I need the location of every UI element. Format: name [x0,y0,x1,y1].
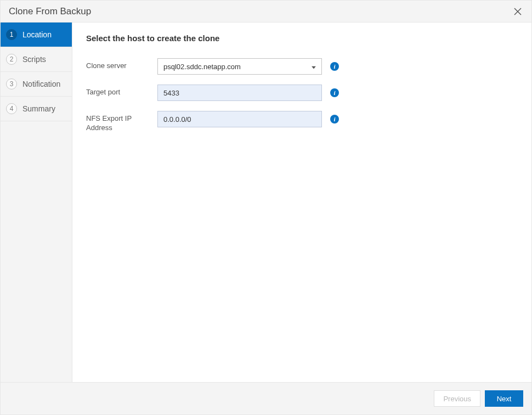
info-icon[interactable]: i [330,88,339,97]
clone-server-label: Clone server [86,58,157,71]
step-number: 2 [6,54,17,65]
info-icon[interactable]: i [330,115,339,124]
clone-from-backup-dialog: Clone From Backup 1 Location 2 Scripts 3… [0,0,532,415]
dialog-footer: Previous Next [1,383,531,414]
previous-button: Previous [434,390,480,407]
clone-server-dropdown[interactable]: psql02.sddc.netapp.com [157,58,322,75]
nfs-export-input[interactable]: 0.0.0.0/0 [157,111,322,127]
info-icon[interactable]: i [330,62,339,71]
nfs-export-label: NFS Export IP Address [86,111,157,133]
form-heading: Select the host to create the clone [86,33,518,43]
row-clone-server: Clone server psql02.sddc.netapp.com i [86,58,518,75]
caret-down-icon [312,63,316,71]
step-notification[interactable]: 3 Notification [1,72,72,97]
step-number: 4 [6,103,17,114]
nfs-export-value: 0.0.0.0/0 [163,115,191,124]
step-label: Scripts [22,55,46,64]
step-label: Summary [22,104,55,113]
clone-server-value: psql02.sddc.netapp.com [163,63,241,71]
next-button[interactable]: Next [485,390,523,407]
step-number: 1 [6,29,17,40]
step-location[interactable]: 1 Location [1,23,72,47]
main-form-area: Select the host to create the clone Clon… [72,23,531,382]
step-label: Notification [22,80,60,88]
close-icon [514,8,522,15]
dialog-body: 1 Location 2 Scripts 3 Notification 4 Su… [1,23,531,383]
dialog-title: Clone From Backup [9,6,91,17]
step-scripts[interactable]: 2 Scripts [1,47,72,72]
target-port-value: 5433 [163,89,179,97]
target-port-input[interactable]: 5433 [157,85,322,101]
row-nfs-export: NFS Export IP Address 0.0.0.0/0 i [86,111,518,133]
titlebar: Clone From Backup [1,1,531,23]
step-label: Location [22,30,52,39]
target-port-label: Target port [86,85,157,97]
wizard-steps-sidebar: 1 Location 2 Scripts 3 Notification 4 Su… [1,23,72,382]
close-button[interactable] [512,6,523,17]
step-summary[interactable]: 4 Summary [1,97,72,121]
step-number: 3 [6,78,17,89]
row-target-port: Target port 5433 i [86,85,518,101]
